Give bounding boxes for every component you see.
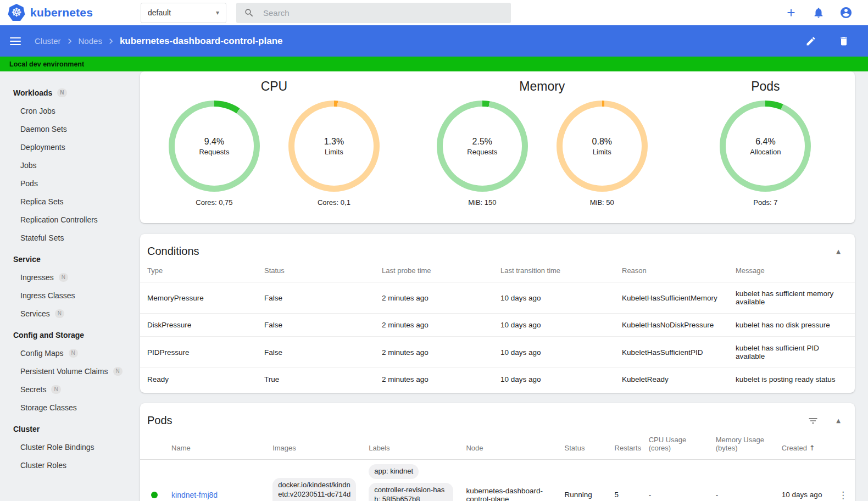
sidebar-item-secrets[interactable]: Secrets N <box>0 380 136 398</box>
edit-button[interactable] <box>804 35 817 48</box>
col-last-probe-time: Last probe time <box>375 262 493 282</box>
memory-allocation-group: Memory 2.5% Requests MiB: 150 <box>408 77 676 223</box>
collapse-icon[interactable]: ▲ <box>833 246 844 257</box>
sidebar-item-services[interactable]: Services N <box>0 304 136 322</box>
sidebar-item-pods[interactable]: Pods <box>0 174 136 192</box>
breadcrumb-nodes[interactable]: Nodes <box>79 36 102 46</box>
col-cpu-usage: CPU Usage (cores) <box>642 431 709 460</box>
pod-restarts: 5 <box>608 460 642 501</box>
sidebar-item-jobs[interactable]: Jobs <box>0 156 136 174</box>
sidebar-item-replica-sets[interactable]: Replica Sets <box>0 192 136 210</box>
conditions-card-title: Conditions <box>147 245 199 258</box>
sidebar-item-replication-controllers[interactable]: Replication Controllers <box>0 210 136 229</box>
chevron-right-icon <box>64 36 75 47</box>
delete-button[interactable] <box>837 35 850 48</box>
sidebar-header-workloads: Workloads N <box>0 84 136 102</box>
breadcrumb-cluster[interactable]: Cluster <box>35 36 61 46</box>
pods-allocation-gauge: 6.4% Allocation Pods: 7 <box>720 101 811 207</box>
filter-list-icon <box>808 415 819 426</box>
top-app-bar: ☸ kubernetes default ▾ <box>0 0 868 25</box>
pod-cpu-usage: - <box>642 460 709 501</box>
row-menu-button[interactable]: ⋮ <box>837 489 849 500</box>
breadcrumb-bar: Cluster Nodes kubernetes-dashboard-contr… <box>0 25 868 57</box>
bell-icon <box>813 7 825 19</box>
table-row: Ready True 2 minutes ago 10 days ago Kub… <box>140 368 855 391</box>
col-labels: Labels <box>361 431 459 460</box>
donut-chart: 6.4% Allocation <box>720 101 811 192</box>
breadcrumb: Cluster Nodes kubernetes-dashboard-contr… <box>35 36 282 47</box>
col-restarts: Restarts <box>608 431 642 460</box>
sidebar-header-config-and-storage: Config and Storage <box>0 326 136 344</box>
col-status: Status <box>257 262 375 282</box>
pods-allocation-group: Pods 6.4% Allocation Pods: 7 <box>676 77 855 223</box>
col-type: Type <box>140 262 257 282</box>
col-status-dot <box>140 431 164 460</box>
sidebar-nav: Workloads N Cron Jobs Daemon Sets Deploy… <box>0 71 136 501</box>
pods-title: Pods <box>676 79 855 94</box>
account-button[interactable] <box>839 6 853 19</box>
col-name: Name <box>164 431 265 460</box>
sidebar-header-cluster: Cluster <box>0 420 136 438</box>
search-icon <box>244 8 254 18</box>
col-memory-usage: Memory Usage (bytes) <box>709 431 775 460</box>
donut-chart: 1.3% Limits <box>288 101 380 192</box>
sort-ascending-icon: ↑ <box>809 444 815 452</box>
new-badge: N <box>113 367 123 376</box>
cpu-requests-gauge: 9.4% Requests Cores: 0,75 <box>169 101 260 207</box>
pencil-icon <box>805 36 816 47</box>
sidebar-item-cluster-roles[interactable]: Cluster Roles <box>0 456 136 474</box>
cpu-limits-gauge: 1.3% Limits Cores: 0,1 <box>288 101 380 207</box>
sidebar-item-ingresses[interactable]: Ingresses N <box>0 268 136 286</box>
labels-list: app: kindnet controller-revision-hash: 5… <box>369 464 453 501</box>
sidebar-item-deployments[interactable]: Deployments <box>0 138 136 156</box>
logo-text: kubernetes <box>30 6 93 19</box>
namespace-select[interactable]: default ▾ <box>141 3 226 23</box>
pod-created: 10 days ago <box>775 460 830 501</box>
new-badge: N <box>59 273 68 282</box>
notifications-button[interactable] <box>812 6 825 19</box>
pods-table: Name Images Labels Node Status Restarts … <box>140 431 855 501</box>
page-title: kubernetes-dashboard-control-plane <box>120 36 283 47</box>
sidebar-item-daemon-sets[interactable]: Daemon Sets <box>0 120 136 138</box>
wheel-glyph: ☸ <box>11 7 22 19</box>
col-last-transition-time: Last transition time <box>493 262 615 282</box>
sidebar-item-stateful-sets[interactable]: Stateful Sets <box>0 229 136 247</box>
table-row: kindnet-fmj8d docker.io/kindest/kindnetd… <box>140 460 855 501</box>
namespace-value: default <box>148 8 171 17</box>
menu-toggle-button[interactable] <box>10 37 21 45</box>
pod-name-link[interactable]: kindnet-fmj8d <box>171 491 218 499</box>
search-bar[interactable] <box>236 3 511 23</box>
new-badge: N <box>69 349 78 358</box>
system-banner-text: Local dev environment <box>9 60 84 68</box>
donut-chart: 0.8% Limits <box>557 101 648 192</box>
pod-memory-usage: - <box>709 460 775 501</box>
sidebar-item-ingress-classes[interactable]: Ingress Classes <box>0 286 136 304</box>
new-badge: N <box>51 385 60 394</box>
account-circle-icon <box>839 6 853 19</box>
create-resource-button[interactable] <box>784 6 798 19</box>
label-chip: controller-revision-hash: 58f5b657b8 <box>369 483 453 501</box>
cpu-title: CPU <box>140 79 408 94</box>
memory-limits-gauge: 0.8% Limits MiB: 50 <box>557 101 648 207</box>
sidebar-item-persistent-volume-claims[interactable]: Persistent Volume Claims N <box>0 362 136 380</box>
search-input[interactable] <box>263 8 503 18</box>
collapse-icon[interactable]: ▲ <box>833 415 844 426</box>
memory-requests-gauge: 2.5% Requests MiB: 150 <box>437 101 528 207</box>
system-banner: Local dev environment <box>0 57 868 71</box>
col-images: Images <box>265 431 361 460</box>
sidebar-item-cron-jobs[interactable]: Cron Jobs <box>0 102 136 120</box>
col-created[interactable]: Created ↑ <box>775 431 830 460</box>
col-status: Status <box>558 431 608 460</box>
filter-button[interactable] <box>808 415 819 426</box>
sidebar-item-config-maps[interactable]: Config Maps N <box>0 344 136 362</box>
table-row: DiskPressure False 2 minutes ago 10 days… <box>140 314 855 337</box>
kubernetes-wheel-icon: ☸ <box>8 4 25 21</box>
label-chip: app: kindnet <box>369 464 419 479</box>
chevron-right-icon <box>105 36 116 47</box>
sidebar-item-storage-classes[interactable]: Storage Classes <box>0 398 136 416</box>
trash-icon <box>838 36 849 47</box>
conditions-table: Type Status Last probe time Last transit… <box>140 262 855 391</box>
pod-node: kubernetes-dashboard-control-plane <box>459 460 557 501</box>
sidebar-item-cluster-role-bindings[interactable]: Cluster Role Bindings <box>0 438 136 456</box>
kubernetes-logo[interactable]: ☸ kubernetes <box>0 4 136 21</box>
